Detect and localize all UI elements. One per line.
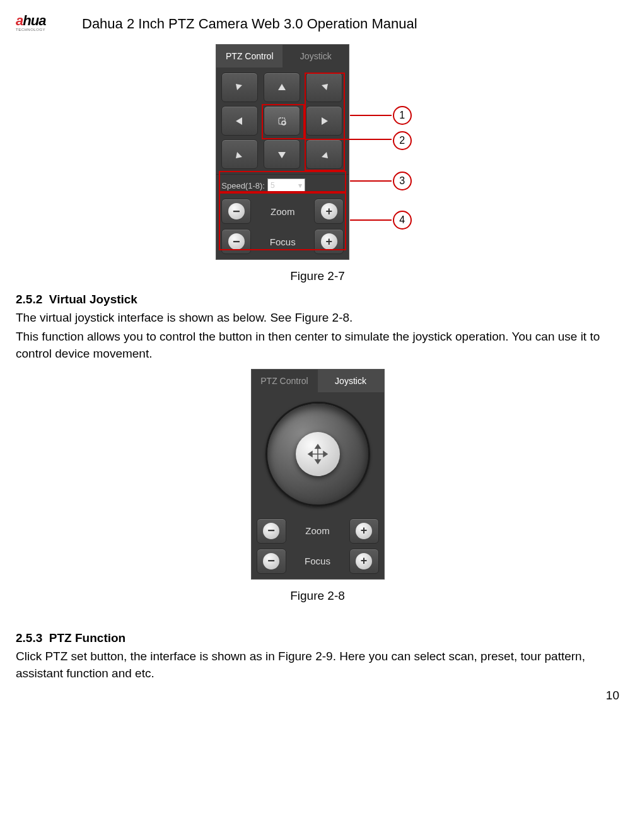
dir-right-button[interactable] [306, 106, 342, 136]
ptz-tabs: PTZ Control Joystick [216, 45, 349, 67]
minus-icon: − [263, 553, 279, 569]
section-title: PTZ Function [49, 631, 125, 645]
focus-out-button[interactable]: − [221, 229, 251, 254]
speed-value: 5 [271, 181, 275, 190]
dir-downleft-button[interactable] [221, 139, 258, 169]
section-2-5-2-p1: The virtual joystick interface is shown … [16, 309, 619, 327]
section-2-5-2-p2: This function allows you to control the … [16, 328, 619, 363]
zoom-in-button[interactable]: + [314, 199, 344, 224]
svg-marker-12 [308, 452, 312, 457]
callout-1: 1 [393, 106, 412, 125]
zoom-label: Zoom [290, 525, 346, 536]
logo-part-b: hua [23, 13, 45, 28]
section-title: Virtual Joystick [49, 293, 137, 306]
svg-point-5 [282, 121, 286, 125]
ptz-control-panel: PTZ Control Joystick Speed(1-8): 5 ▾ [216, 44, 349, 260]
dir-left-button[interactable] [221, 106, 258, 136]
tab-joystick[interactable]: Joystick [283, 45, 349, 67]
section-2-5-2-heading: 2.5.2 Virtual Joystick [16, 293, 619, 306]
logo-part-a: a [16, 13, 23, 28]
section-2-5-3-p1: Click PTZ set button, the interface is s… [16, 648, 619, 682]
move-icon [307, 443, 329, 465]
svg-marker-9 [322, 152, 328, 158]
callout-4: 4 [393, 211, 412, 230]
svg-marker-1 [278, 84, 286, 90]
section-number: 2.5.3 [16, 631, 42, 645]
plus-icon: + [356, 553, 372, 569]
section-number: 2.5.2 [16, 293, 42, 306]
tab-joystick[interactable]: Joystick [318, 370, 384, 392]
focus-label: Focus [290, 556, 346, 566]
zoom-row: − Zoom + [252, 516, 384, 546]
dir-upleft-button[interactable] [221, 73, 258, 102]
dir-down-button[interactable] [264, 139, 300, 169]
focus-row: − Focus + [252, 546, 384, 579]
section-2-5-3-heading: 2.5.3 PTZ Function [16, 631, 619, 645]
center-button[interactable] [264, 106, 300, 136]
svg-marker-8 [278, 152, 286, 158]
joystick-panel: PTZ Control Joystick [251, 369, 385, 580]
logo-subtext: TECHNOLOGY [16, 28, 73, 32]
direction-buttons [216, 67, 349, 174]
tab-ptz-control[interactable]: PTZ Control [252, 370, 318, 392]
dir-upright-button[interactable] [306, 73, 342, 102]
speed-row: Speed(1-8): 5 ▾ [216, 174, 349, 196]
plus-icon: + [356, 523, 372, 539]
dir-downright-button[interactable] [306, 139, 342, 169]
callout-labels: 1 2 3 4 [350, 44, 419, 252]
minus-icon: − [228, 203, 245, 219]
page-number: 10 [16, 689, 619, 703]
dir-up-button[interactable] [264, 73, 300, 102]
focus-out-button[interactable]: − [257, 549, 286, 574]
virtual-joystick[interactable] [252, 392, 384, 516]
svg-marker-2 [322, 84, 328, 90]
svg-marker-3 [236, 117, 242, 125]
ptz-tabs: PTZ Control Joystick [252, 370, 384, 392]
plus-icon: + [321, 233, 337, 250]
plus-icon: + [321, 203, 337, 219]
figure-2-8: PTZ Control Joystick [16, 369, 619, 603]
focus-row: − Focus + [216, 226, 349, 259]
focus-in-button[interactable]: + [314, 229, 344, 254]
zoom-row: − Zoom + [216, 196, 349, 226]
callout-2: 2 [393, 131, 412, 150]
joystick-knob[interactable] [296, 432, 340, 476]
zoom-label: Zoom [255, 206, 310, 217]
speed-label: Speed(1-8): [221, 181, 265, 190]
svg-marker-0 [236, 84, 242, 90]
callout-3: 3 [393, 172, 412, 190]
figure-2-7: PTZ Control Joystick Speed(1-8): 5 ▾ [16, 44, 619, 283]
minus-icon: − [228, 233, 245, 250]
figure-2-8-caption: Figure 2-8 [16, 589, 619, 603]
speed-dropdown[interactable]: 5 ▾ [267, 178, 305, 192]
zoom-out-button[interactable]: − [221, 199, 251, 224]
svg-marker-11 [315, 460, 320, 464]
tab-ptz-control[interactable]: PTZ Control [216, 45, 283, 67]
focus-in-button[interactable]: + [349, 549, 379, 574]
chevron-down-icon: ▾ [298, 181, 302, 190]
svg-marker-13 [323, 452, 327, 457]
zoom-in-button[interactable]: + [349, 518, 379, 544]
minus-icon: − [263, 523, 279, 539]
svg-marker-7 [236, 152, 242, 158]
dahua-logo: ahua TECHNOLOGY [16, 13, 73, 35]
zoom-out-button[interactable]: − [257, 518, 286, 544]
page-header: ahua TECHNOLOGY Dahua 2 Inch PTZ Camera … [16, 13, 619, 35]
svg-marker-10 [315, 445, 320, 448]
svg-marker-6 [322, 117, 328, 125]
joystick-outer-ring [265, 402, 370, 506]
focus-label: Focus [255, 236, 310, 247]
figure-2-7-caption: Figure 2-7 [16, 269, 619, 283]
document-title: Dahua 2 Inch PTZ Camera Web 3.0 Operatio… [82, 16, 417, 32]
